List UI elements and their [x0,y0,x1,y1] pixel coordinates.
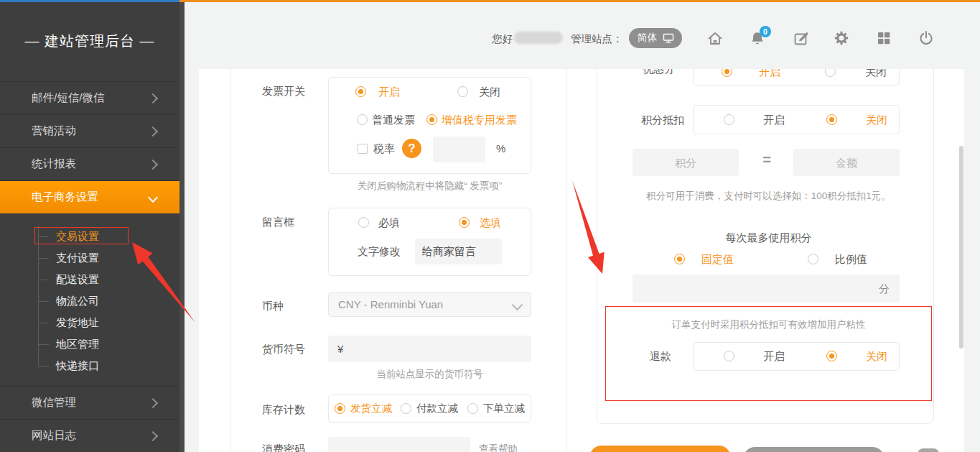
submenu-item-logistics-company[interactable]: 物流公司 [56,290,99,312]
sidebar-item-label: 统计报表 [32,157,76,172]
refund-on-radio[interactable] [724,351,734,361]
exchange-hint: 积分可用于消费，支付时可以选择如：100积分抵扣1元。 [605,190,932,203]
sidebar-item-wechat-management[interactable]: 微信管理 [0,386,179,419]
ratio-value-label[interactable]: 比例值 [835,253,867,265]
stock-pay-label[interactable]: 付款立减 [416,402,458,415]
edit-icon[interactable] [792,29,811,47]
points-off-label[interactable]: 关闭 [866,114,887,126]
plain-invoice-label[interactable]: 普通发票 [372,114,415,126]
main-content: 发票开关 开启 关闭 普通发票 增值税专用发票 税率 ? % 关闭后购物流程中将… [199,69,964,452]
topbar-orange [179,0,980,2]
chevron-right-icon [148,397,158,407]
refund-label: 退款 [650,350,671,362]
sidebar-item-statistics[interactable]: 统计报表 [0,147,179,180]
money-amount-input[interactable] [793,149,900,176]
chevron-right-icon [148,159,158,169]
invoice-switch-label: 发票开关 [262,85,305,97]
vat-invoice-radio[interactable] [426,114,437,125]
chevron-right-icon [148,126,158,136]
message-optional-radio[interactable] [459,217,470,228]
submenu-item-delivery-settings[interactable]: 配送设置 [56,269,99,290]
points-amount-input[interactable] [633,149,739,176]
vat-invoice-label[interactable]: 增值税专用发票 [442,114,517,126]
sidebar-item-label: 网站日志 [32,428,76,443]
submenu-item-shipping-address[interactable]: 发货地址 [56,312,99,333]
sidebar: — 建站管理后台 — 邮件/短信/微信 营销活动 统计报表 电子商务设置 交易设… [0,0,179,452]
tax-rate-label: 税率 [373,142,395,154]
submenu-item-payment-settings[interactable]: 支付设置 [56,247,99,269]
sidebar-item-label: 微信管理 [32,395,76,410]
max-points-input[interactable]: 分 [633,275,900,303]
submenu-item-region-management[interactable]: 地区管理 [56,333,99,355]
invoice-off-label[interactable]: 关闭 [479,86,500,98]
save-button-partial[interactable] [589,446,731,452]
fixed-value-radio[interactable] [674,254,685,264]
redacted-username [514,32,563,44]
language-site-button[interactable]: 简体 [629,28,682,48]
left-panel-border [230,69,230,452]
chevron-right-icon [148,93,158,103]
sidebar-item-mail-sms-wechat[interactable]: 邮件/短信/微信 [0,81,179,114]
sidebar-item-ecommerce[interactable]: 电子商务设置 [0,180,179,213]
max-points-title: 每次最多使用积分 [605,231,932,244]
message-edit-label: 文字修改 [358,245,401,257]
settings-gear-icon[interactable] [832,29,851,47]
top-row-label: 优惠分 [643,69,675,75]
manage-site-label: 管理站点： [571,32,623,46]
scrollbar-thumb[interactable] [959,146,963,349]
sidebar-edge [179,0,185,452]
plain-invoice-radio[interactable] [357,114,368,125]
currency-select[interactable]: CNY - Renminbi Yuan [328,292,531,317]
points-off-radio[interactable] [826,114,837,125]
message-required-radio[interactable] [358,217,369,228]
ratio-value-radio[interactable] [808,254,818,264]
refund-off-radio[interactable] [826,351,837,361]
home-icon[interactable] [706,29,724,47]
top-row-off-label[interactable]: 关闭 [865,69,887,78]
top-row-on-label[interactable]: 开启 [759,69,780,78]
cancel-button-partial[interactable] [743,447,885,452]
stock-ship-label[interactable]: 发货立减 [350,402,392,415]
button-stub-partial[interactable] [918,448,939,452]
tax-rate-checkbox[interactable] [358,144,368,154]
tax-rate-input[interactable] [433,137,485,162]
pay-password-label: 消费密码 [262,443,305,452]
pay-password-help-link[interactable]: 查看帮助 [479,443,518,452]
message-text-input[interactable] [415,239,503,264]
currency-symbol-input[interactable] [328,336,531,362]
stock-pay-radio[interactable] [401,403,411,414]
chevron-right-icon [148,430,158,441]
invoice-off-radio[interactable] [457,86,468,97]
refund-section-hint: 订单支付时采用积分抵扣可有效增加用户粘性 [605,318,932,331]
apps-grid-icon[interactable] [874,29,893,47]
pay-password-input[interactable] [328,437,470,452]
points-on-label[interactable]: 开启 [763,114,785,126]
left-panel-border-right [566,69,566,452]
message-optional-label[interactable]: 选填 [480,216,501,229]
refund-off-label[interactable]: 关闭 [866,350,887,362]
power-logout-icon[interactable] [917,29,935,47]
points-on-radio[interactable] [724,114,734,125]
tax-help-icon[interactable]: ? [402,139,421,158]
greeting-text: 您好 [492,32,513,46]
sidebar-item-label: 营销活动 [32,124,76,139]
annotation-box-transaction-settings [34,227,129,244]
monitor-icon [663,32,674,44]
sidebar-item-label: 电子商务设置 [32,190,98,205]
submenu-item-express-interface[interactable]: 快递接口 [56,355,99,377]
sidebar-item-label: 邮件/短信/微信 [32,91,105,106]
sidebar-item-site-logs[interactable]: 网站日志 [0,419,179,452]
stock-order-radio[interactable] [467,403,478,414]
language-label: 简体 [638,32,658,45]
fixed-value-label[interactable]: 固定值 [701,253,734,265]
invoice-on-label[interactable]: 开启 [378,86,400,98]
stock-ship-radio[interactable] [335,403,345,414]
stock-order-label[interactable]: 下单立减 [483,402,525,415]
invoice-on-radio[interactable] [355,86,366,97]
refund-on-label[interactable]: 开启 [763,350,785,362]
message-required-label[interactable]: 必填 [378,216,400,229]
points-deduction-label: 积分抵扣 [641,114,684,126]
equals-sign: = [760,152,774,168]
sidebar-item-marketing[interactable]: 营销活动 [0,114,179,147]
topbar-blue [0,0,179,2]
